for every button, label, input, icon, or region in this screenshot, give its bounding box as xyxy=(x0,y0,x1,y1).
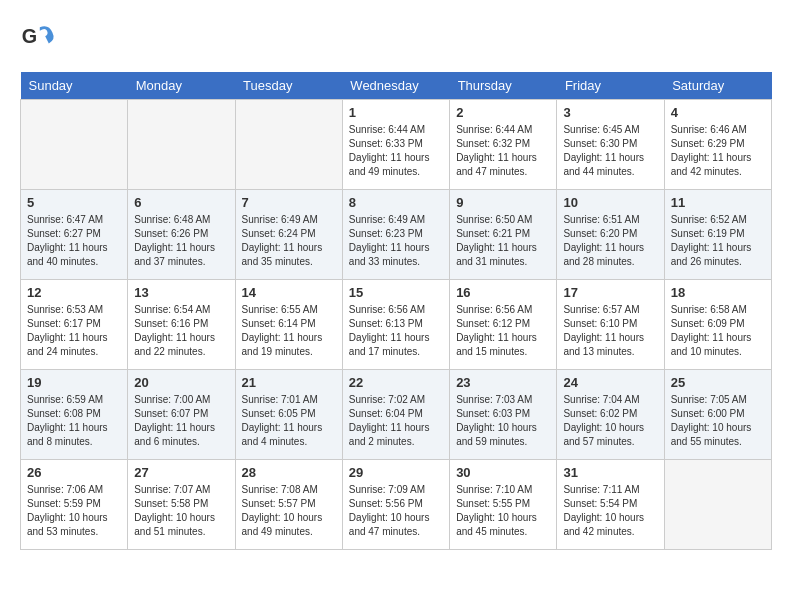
day-number: 31 xyxy=(563,465,657,480)
day-info: Sunrise: 6:58 AM Sunset: 6:09 PM Dayligh… xyxy=(671,303,765,359)
day-info: Sunrise: 6:49 AM Sunset: 6:24 PM Dayligh… xyxy=(242,213,336,269)
header-saturday: Saturday xyxy=(664,72,771,100)
week-row-5: 26Sunrise: 7:06 AM Sunset: 5:59 PM Dayli… xyxy=(21,460,772,550)
day-number: 12 xyxy=(27,285,121,300)
header-wednesday: Wednesday xyxy=(342,72,449,100)
header-thursday: Thursday xyxy=(450,72,557,100)
day-info: Sunrise: 7:04 AM Sunset: 6:02 PM Dayligh… xyxy=(563,393,657,449)
day-info: Sunrise: 7:00 AM Sunset: 6:07 PM Dayligh… xyxy=(134,393,228,449)
day-cell: 30Sunrise: 7:10 AM Sunset: 5:55 PM Dayli… xyxy=(450,460,557,550)
day-number: 4 xyxy=(671,105,765,120)
calendar-table: SundayMondayTuesdayWednesdayThursdayFrid… xyxy=(20,72,772,550)
day-number: 28 xyxy=(242,465,336,480)
day-info: Sunrise: 7:01 AM Sunset: 6:05 PM Dayligh… xyxy=(242,393,336,449)
day-cell: 2Sunrise: 6:44 AM Sunset: 6:32 PM Daylig… xyxy=(450,100,557,190)
day-info: Sunrise: 6:46 AM Sunset: 6:29 PM Dayligh… xyxy=(671,123,765,179)
day-cell xyxy=(235,100,342,190)
day-cell: 23Sunrise: 7:03 AM Sunset: 6:03 PM Dayli… xyxy=(450,370,557,460)
day-number: 3 xyxy=(563,105,657,120)
day-info: Sunrise: 7:02 AM Sunset: 6:04 PM Dayligh… xyxy=(349,393,443,449)
day-cell xyxy=(664,460,771,550)
day-info: Sunrise: 6:56 AM Sunset: 6:13 PM Dayligh… xyxy=(349,303,443,359)
day-number: 2 xyxy=(456,105,550,120)
day-number: 16 xyxy=(456,285,550,300)
day-cell: 9Sunrise: 6:50 AM Sunset: 6:21 PM Daylig… xyxy=(450,190,557,280)
header-monday: Monday xyxy=(128,72,235,100)
day-number: 27 xyxy=(134,465,228,480)
day-cell xyxy=(21,100,128,190)
day-cell: 29Sunrise: 7:09 AM Sunset: 5:56 PM Dayli… xyxy=(342,460,449,550)
svg-text:G: G xyxy=(22,25,37,47)
day-info: Sunrise: 6:47 AM Sunset: 6:27 PM Dayligh… xyxy=(27,213,121,269)
day-cell: 7Sunrise: 6:49 AM Sunset: 6:24 PM Daylig… xyxy=(235,190,342,280)
logo-icon: G xyxy=(20,20,56,56)
day-number: 15 xyxy=(349,285,443,300)
day-number: 7 xyxy=(242,195,336,210)
day-cell: 27Sunrise: 7:07 AM Sunset: 5:58 PM Dayli… xyxy=(128,460,235,550)
day-number: 21 xyxy=(242,375,336,390)
day-number: 22 xyxy=(349,375,443,390)
day-info: Sunrise: 6:52 AM Sunset: 6:19 PM Dayligh… xyxy=(671,213,765,269)
day-info: Sunrise: 6:57 AM Sunset: 6:10 PM Dayligh… xyxy=(563,303,657,359)
day-info: Sunrise: 7:03 AM Sunset: 6:03 PM Dayligh… xyxy=(456,393,550,449)
day-info: Sunrise: 6:48 AM Sunset: 6:26 PM Dayligh… xyxy=(134,213,228,269)
day-info: Sunrise: 7:09 AM Sunset: 5:56 PM Dayligh… xyxy=(349,483,443,539)
day-number: 14 xyxy=(242,285,336,300)
day-number: 19 xyxy=(27,375,121,390)
day-cell: 14Sunrise: 6:55 AM Sunset: 6:14 PM Dayli… xyxy=(235,280,342,370)
day-cell: 17Sunrise: 6:57 AM Sunset: 6:10 PM Dayli… xyxy=(557,280,664,370)
day-cell: 10Sunrise: 6:51 AM Sunset: 6:20 PM Dayli… xyxy=(557,190,664,280)
day-cell: 21Sunrise: 7:01 AM Sunset: 6:05 PM Dayli… xyxy=(235,370,342,460)
day-cell: 6Sunrise: 6:48 AM Sunset: 6:26 PM Daylig… xyxy=(128,190,235,280)
day-info: Sunrise: 6:59 AM Sunset: 6:08 PM Dayligh… xyxy=(27,393,121,449)
day-cell: 28Sunrise: 7:08 AM Sunset: 5:57 PM Dayli… xyxy=(235,460,342,550)
day-info: Sunrise: 6:55 AM Sunset: 6:14 PM Dayligh… xyxy=(242,303,336,359)
day-cell: 24Sunrise: 7:04 AM Sunset: 6:02 PM Dayli… xyxy=(557,370,664,460)
day-cell: 15Sunrise: 6:56 AM Sunset: 6:13 PM Dayli… xyxy=(342,280,449,370)
day-info: Sunrise: 6:49 AM Sunset: 6:23 PM Dayligh… xyxy=(349,213,443,269)
day-cell: 16Sunrise: 6:56 AM Sunset: 6:12 PM Dayli… xyxy=(450,280,557,370)
day-info: Sunrise: 7:10 AM Sunset: 5:55 PM Dayligh… xyxy=(456,483,550,539)
day-cell: 12Sunrise: 6:53 AM Sunset: 6:17 PM Dayli… xyxy=(21,280,128,370)
day-cell: 22Sunrise: 7:02 AM Sunset: 6:04 PM Dayli… xyxy=(342,370,449,460)
day-number: 20 xyxy=(134,375,228,390)
day-number: 26 xyxy=(27,465,121,480)
header-tuesday: Tuesday xyxy=(235,72,342,100)
day-number: 24 xyxy=(563,375,657,390)
day-number: 25 xyxy=(671,375,765,390)
day-number: 11 xyxy=(671,195,765,210)
week-row-4: 19Sunrise: 6:59 AM Sunset: 6:08 PM Dayli… xyxy=(21,370,772,460)
logo: G xyxy=(20,20,60,56)
day-number: 6 xyxy=(134,195,228,210)
day-cell: 5Sunrise: 6:47 AM Sunset: 6:27 PM Daylig… xyxy=(21,190,128,280)
day-number: 29 xyxy=(349,465,443,480)
day-cell: 11Sunrise: 6:52 AM Sunset: 6:19 PM Dayli… xyxy=(664,190,771,280)
day-info: Sunrise: 6:44 AM Sunset: 6:32 PM Dayligh… xyxy=(456,123,550,179)
day-number: 30 xyxy=(456,465,550,480)
day-cell: 3Sunrise: 6:45 AM Sunset: 6:30 PM Daylig… xyxy=(557,100,664,190)
day-info: Sunrise: 6:45 AM Sunset: 6:30 PM Dayligh… xyxy=(563,123,657,179)
header-sunday: Sunday xyxy=(21,72,128,100)
page-header: G xyxy=(20,20,772,56)
header-friday: Friday xyxy=(557,72,664,100)
day-number: 9 xyxy=(456,195,550,210)
week-row-1: 1Sunrise: 6:44 AM Sunset: 6:33 PM Daylig… xyxy=(21,100,772,190)
day-cell: 31Sunrise: 7:11 AM Sunset: 5:54 PM Dayli… xyxy=(557,460,664,550)
day-info: Sunrise: 7:06 AM Sunset: 5:59 PM Dayligh… xyxy=(27,483,121,539)
day-number: 18 xyxy=(671,285,765,300)
day-info: Sunrise: 6:50 AM Sunset: 6:21 PM Dayligh… xyxy=(456,213,550,269)
day-cell: 18Sunrise: 6:58 AM Sunset: 6:09 PM Dayli… xyxy=(664,280,771,370)
day-info: Sunrise: 6:54 AM Sunset: 6:16 PM Dayligh… xyxy=(134,303,228,359)
day-cell: 25Sunrise: 7:05 AM Sunset: 6:00 PM Dayli… xyxy=(664,370,771,460)
day-cell: 19Sunrise: 6:59 AM Sunset: 6:08 PM Dayli… xyxy=(21,370,128,460)
day-number: 17 xyxy=(563,285,657,300)
day-info: Sunrise: 7:08 AM Sunset: 5:57 PM Dayligh… xyxy=(242,483,336,539)
day-info: Sunrise: 6:56 AM Sunset: 6:12 PM Dayligh… xyxy=(456,303,550,359)
day-info: Sunrise: 6:44 AM Sunset: 6:33 PM Dayligh… xyxy=(349,123,443,179)
day-cell xyxy=(128,100,235,190)
day-number: 8 xyxy=(349,195,443,210)
day-cell: 1Sunrise: 6:44 AM Sunset: 6:33 PM Daylig… xyxy=(342,100,449,190)
week-row-3: 12Sunrise: 6:53 AM Sunset: 6:17 PM Dayli… xyxy=(21,280,772,370)
day-number: 10 xyxy=(563,195,657,210)
day-info: Sunrise: 6:53 AM Sunset: 6:17 PM Dayligh… xyxy=(27,303,121,359)
